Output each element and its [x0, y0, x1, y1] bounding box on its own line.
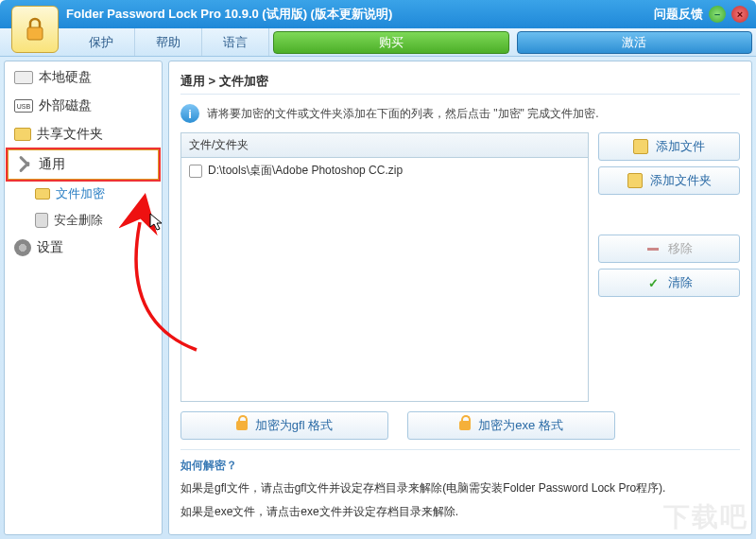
lock-icon [459, 421, 471, 430]
shared-folder-icon [14, 128, 31, 141]
table-row[interactable]: D:\tools\桌面\Adobe Photoshop CC.zip [183, 160, 586, 182]
subitem-file-encrypt[interactable]: 文件加密 [7, 181, 160, 207]
encrypt-buttons-row: 加密为gfl 格式 加密为exe 格式 [180, 402, 740, 449]
usb-icon: USB [14, 99, 33, 113]
titlebar: Folder Password Lock Pro 10.9.0 (试用版) (版… [0, 0, 756, 28]
sidebar: 本地硬盘 USB 外部磁盘 共享文件夹 通用 文件加密 安全删除 设置 [4, 61, 163, 535]
add-folder-button[interactable]: 添加文件夹 [598, 166, 740, 195]
menu-lang[interactable]: 语言 [202, 28, 269, 56]
gear-icon [14, 239, 31, 256]
help-title: 如何解密？ [180, 458, 740, 474]
action-buttons: 添加文件 添加文件夹 移除 ✓ 清除 [598, 132, 740, 402]
clear-button[interactable]: ✓ 清除 [598, 269, 740, 297]
sidebar-item-label: 通用 [39, 156, 65, 173]
help-line-1: 如果是gfl文件，请点击gfl文件并设定存档目录来解除(电脑需安装Folder … [180, 479, 740, 497]
folder-icon [627, 173, 643, 188]
menu-help[interactable]: 帮助 [135, 28, 202, 56]
help-line-2: 如果是exe文件，请点击exe文件并设定存档目录来解除. [180, 503, 740, 521]
window-title: Folder Password Lock Pro 10.9.0 (试用版) (版… [66, 6, 392, 23]
file-path: D:\tools\桌面\Adobe Photoshop CC.zip [208, 163, 403, 179]
sidebar-item-settings[interactable]: 设置 [7, 234, 160, 262]
sidebar-item-label: 本地硬盘 [39, 69, 92, 86]
breadcrumb: 通用 > 文件加密 [180, 69, 740, 95]
help-section: 如何解密？ 如果是gfl文件，请点击gfl文件并设定存档目录来解除(电脑需安装F… [180, 449, 740, 527]
file-list: 文件/文件夹 D:\tools\桌面\Adobe Photoshop CC.zi… [180, 132, 589, 402]
subitem-secure-delete[interactable]: 安全删除 [7, 207, 160, 234]
app-icon [11, 6, 59, 53]
sidebar-item-local-disk[interactable]: 本地硬盘 [7, 63, 160, 92]
sidebar-item-shared-folder[interactable]: 共享文件夹 [7, 120, 160, 148]
hint-row: i 请将要加密的文件或文件夹添加在下面的列表，然后点击 "加密" 完成文件加密. [180, 95, 740, 132]
activate-button[interactable]: 激活 [517, 31, 753, 54]
file-list-header: 文件/文件夹 [181, 133, 588, 158]
menubar: 保护 帮助 语言 购买 激活 [0, 28, 756, 57]
menu-protect[interactable]: 保护 [68, 28, 135, 56]
subitem-label: 安全删除 [54, 212, 103, 229]
feedback-link[interactable]: 问题反馈 [654, 6, 703, 23]
info-icon: i [180, 104, 199, 123]
subitem-label: 文件加密 [56, 185, 105, 202]
encrypt-gfl-button[interactable]: 加密为gfl 格式 [180, 411, 388, 440]
file-icon [189, 165, 202, 178]
sidebar-item-external-disk[interactable]: USB 外部磁盘 [7, 92, 160, 120]
folder-icon [35, 188, 50, 200]
minimize-button[interactable]: – [709, 6, 726, 23]
remove-button[interactable]: 移除 [598, 235, 740, 263]
trash-icon [35, 213, 48, 228]
add-file-button[interactable]: 添加文件 [598, 132, 740, 161]
close-button[interactable]: × [731, 6, 748, 23]
hint-text: 请将要加密的文件或文件夹添加在下面的列表，然后点击 "加密" 完成文件加密. [207, 106, 599, 122]
minus-icon [647, 248, 659, 251]
sidebar-item-general[interactable]: 通用 [7, 148, 160, 181]
folder-icon [633, 139, 648, 154]
sidebar-item-label: 外部磁盘 [39, 97, 92, 114]
check-icon: ✓ [645, 275, 661, 290]
main-panel: 通用 > 文件加密 i 请将要加密的文件或文件夹添加在下面的列表，然后点击 "加… [168, 61, 752, 535]
sidebar-item-label: 共享文件夹 [37, 126, 103, 143]
svg-rect-0 [27, 27, 43, 40]
tools-icon [16, 156, 33, 173]
buy-button[interactable]: 购买 [273, 31, 509, 54]
sidebar-item-label: 设置 [37, 239, 63, 256]
file-list-body[interactable]: D:\tools\桌面\Adobe Photoshop CC.zip [181, 158, 588, 401]
lock-icon [236, 421, 248, 430]
drive-icon [14, 71, 33, 84]
encrypt-exe-button[interactable]: 加密为exe 格式 [407, 411, 615, 440]
